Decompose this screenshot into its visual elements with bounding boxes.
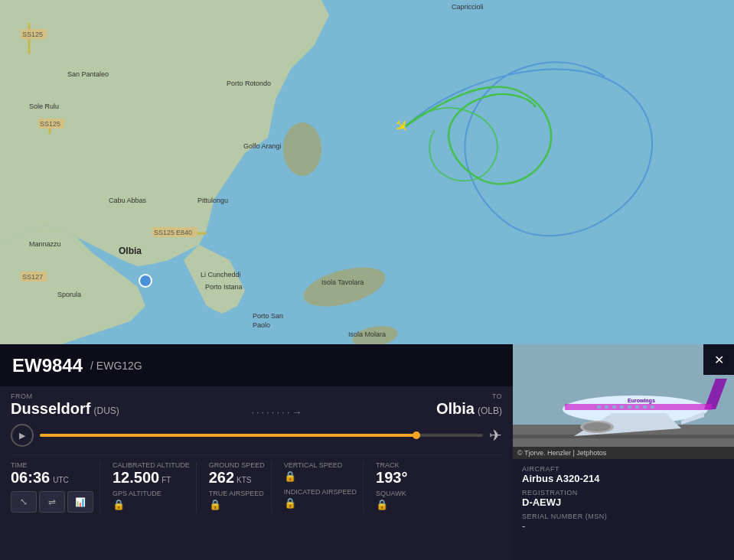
gs-unit: KTS <box>237 476 251 484</box>
gs-label: GROUND SPEED <box>209 461 265 469</box>
svg-rect-51 <box>643 405 647 409</box>
alt-value: 12.500 <box>113 469 159 487</box>
svg-text:Porto Istana: Porto Istana <box>205 283 243 291</box>
time-label: TIME <box>11 461 93 469</box>
route-row: FROM Dusseldorf (DUS) ········→ TO Olbia… <box>11 392 502 418</box>
svg-text:Isola Tavolara: Isola Tavolara <box>321 278 364 286</box>
svg-text:Sporula: Sporula <box>57 291 81 298</box>
alt-unit: FT <box>161 476 171 484</box>
svg-text:Porto Rotondo: Porto Rotondo <box>227 80 271 87</box>
svg-point-7 <box>139 275 152 287</box>
flight-callsign: EW9844 <box>12 355 83 376</box>
registration-value: D-AEWJ <box>522 497 725 508</box>
route-button[interactable]: ⇌ <box>39 491 65 513</box>
svg-text:Mannazzu: Mannazzu <box>29 240 61 248</box>
aircraft-value: Airbus A320-214 <box>522 473 725 484</box>
svg-text:Golfo Arangi: Golfo Arangi <box>243 142 282 150</box>
svg-text:Porto San: Porto San <box>253 312 283 320</box>
svg-text:Paolo: Paolo <box>253 321 270 329</box>
indicated-label: INDICATED AIRSPEED <box>284 488 357 496</box>
from-label: FROM <box>11 392 119 400</box>
indicated-lock: 🔒 <box>284 497 357 509</box>
track-value: 193° <box>376 469 425 487</box>
svg-text:Li Cuncheddi: Li Cuncheddi <box>201 271 241 278</box>
serial-value: - <box>522 520 725 532</box>
svg-rect-47 <box>612 405 616 409</box>
alt-lock: 🔒 <box>113 499 190 510</box>
to-label: TO <box>436 392 502 400</box>
track-stat: TRACK 193° SQUAWK 🔒 <box>370 461 431 513</box>
svg-rect-45 <box>597 405 601 409</box>
svg-text:SS125: SS125 <box>40 120 60 128</box>
track-lock: 🔒 <box>376 499 425 510</box>
svg-rect-52 <box>651 405 654 409</box>
vs-lock-icon: 🔒 <box>284 470 357 482</box>
gs-value: 262 <box>209 469 234 487</box>
aircraft-info: AIRCRAFT Airbus A320-214 REGISTRATION D-… <box>513 459 734 538</box>
from-code: (DUS) <box>93 405 119 416</box>
vertical-speed-stat: VERTICAL SPEED 🔒 INDICATED AIRSPEED 🔒 <box>278 461 364 513</box>
true-airspeed-label: TRUE AIRSPEED <box>209 490 265 497</box>
from-section: FROM Dusseldorf (DUS) <box>11 392 119 418</box>
svg-rect-46 <box>605 405 608 409</box>
svg-text:Capriccioli: Capriccioli <box>452 3 484 11</box>
plane-icon-progress: ✈ <box>489 426 502 444</box>
close-button[interactable]: ✕ <box>703 344 734 375</box>
svg-text:Sole Rulu: Sole Rulu <box>29 103 59 110</box>
svg-text:Olbia: Olbia <box>119 246 142 256</box>
compress-button[interactable]: ⤡ <box>11 491 37 513</box>
stats-row: TIME 06:36 UTC ⤡ ⇌ 📊 CALIBRATED ALTITUDE… <box>11 454 502 513</box>
time-stat: TIME 06:36 UTC ⤡ ⇌ 📊 <box>11 461 100 513</box>
registration-label: REGISTRATION <box>522 489 725 497</box>
svg-text:E840: E840 <box>176 229 192 236</box>
svg-text:SS125: SS125 <box>154 229 175 236</box>
progress-row: ▶ ✈ <box>11 424 502 447</box>
svg-rect-37 <box>513 435 734 438</box>
gps-label: GPS ALTITUDE <box>113 490 190 497</box>
svg-rect-50 <box>635 405 639 409</box>
map-area[interactable]: Capriccioli San Pantaleo Porto Rotondo S… <box>0 0 734 344</box>
svg-text:Cabu Abbas: Cabu Abbas <box>109 197 147 204</box>
photo-panel: Eurowings © Tjorve. Henzler | Jetphotos … <box>513 344 734 560</box>
plane-photo: Eurowings © Tjorve. Henzler | Jetphotos <box>513 344 734 459</box>
photo-credit: © Tjorve. Henzler | Jetphotos <box>513 447 734 459</box>
svg-text:Isola Molara: Isola Molara <box>348 330 386 338</box>
svg-text:SS125: SS125 <box>22 31 43 38</box>
svg-point-6 <box>283 122 321 176</box>
svg-text:Eurowings: Eurowings <box>628 398 655 404</box>
ground-speed-stat: GROUND SPEED 262 KTS TRUE AIRSPEED 🔒 <box>203 461 272 513</box>
from-city: Dusseldorf <box>11 400 90 418</box>
to-city: Olbia <box>436 400 475 418</box>
svg-rect-48 <box>620 405 624 409</box>
altitude-stat: CALIBRATED ALTITUDE 12.500 FT GPS ALTITU… <box>106 461 197 513</box>
to-section: TO Olbia (OLB) <box>436 392 502 418</box>
alt-label: CALIBRATED ALTITUDE <box>113 461 190 469</box>
progress-bar-container <box>40 434 483 437</box>
to-code: (OLB) <box>478 405 502 416</box>
icon-buttons: ⤡ ⇌ 📊 <box>11 491 93 513</box>
track-label: TRACK <box>376 461 425 469</box>
svg-text:Pittulongu: Pittulongu <box>197 197 228 204</box>
svg-rect-49 <box>628 405 631 409</box>
flight-id: / EWG12G <box>90 360 142 372</box>
progress-bar-fill <box>40 434 416 437</box>
vs-label: VERTICAL SPEED <box>284 461 357 469</box>
squawk-label: SQUAWK <box>376 490 425 497</box>
route-arrow: ········→ <box>126 392 430 418</box>
flight-details: FROM Dusseldorf (DUS) ········→ TO Olbia… <box>0 386 513 560</box>
chart-button[interactable]: 📊 <box>67 491 93 513</box>
progress-thumb <box>413 431 420 439</box>
serial-label: SERIAL NUMBER (MSN) <box>522 513 725 520</box>
flight-header: EW9844 / EWG12G <box>0 344 513 386</box>
svg-text:San Pantaleo: San Pantaleo <box>67 70 109 78</box>
svg-point-43 <box>583 422 611 431</box>
aircraft-label: AIRCRAFT <box>522 465 725 473</box>
play-button[interactable]: ▶ <box>11 424 34 447</box>
time-value: 06:36 <box>11 469 50 487</box>
gs-lock: 🔒 <box>209 499 265 510</box>
svg-text:SS127: SS127 <box>22 273 43 281</box>
time-unit: UTC <box>53 476 69 484</box>
